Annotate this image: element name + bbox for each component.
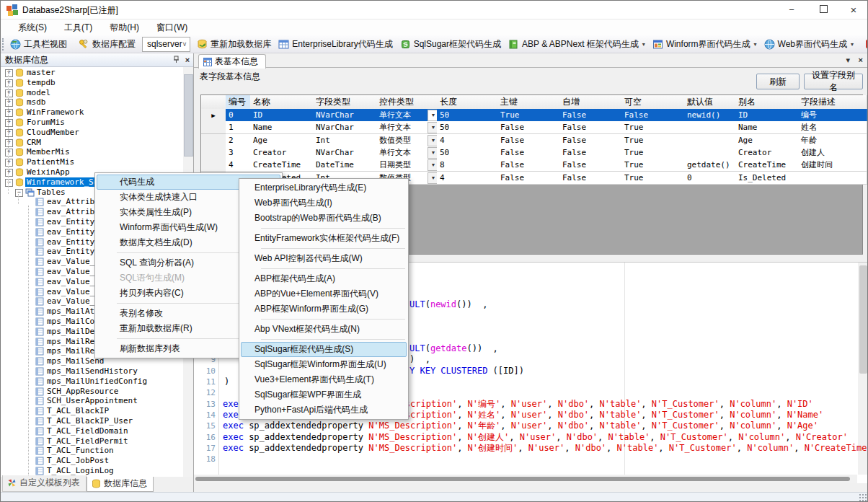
submenu-item[interactable]: SqlSugar框架代码生成(S) [241, 342, 407, 357]
submenu-item[interactable]: ABP的Vue+Element界面代码(V) [241, 286, 407, 301]
grid-cell[interactable]: False [559, 172, 625, 185]
maximize-button[interactable] [811, 1, 836, 19]
dropdown-arrow-icon[interactable]: ▾ [642, 41, 645, 48]
grid-cell[interactable]: Creator [250, 146, 316, 159]
tree-item-label[interactable]: ForumMis [25, 118, 66, 127]
code-horizontal-scrollbar[interactable] [194, 475, 857, 483]
tab-database-info[interactable]: 数据库信息 [87, 477, 154, 492]
expand-icon[interactable]: + [5, 159, 13, 167]
tab-custom-templates[interactable]: 自定义模板列表 [2, 475, 87, 492]
toolbar-winform-button[interactable]: Winform界面代码生成 ▾ [649, 37, 761, 52]
grid-cell[interactable]: Name [735, 121, 802, 134]
grid-cell[interactable]: 4 [437, 172, 501, 185]
tree-item-label[interactable]: SCH_AppResource [45, 387, 120, 396]
submenu-item[interactable]: Vue3+Element界面代码生成(T) [241, 372, 407, 387]
tree-item-label[interactable]: T_ACL_LoginLog [45, 466, 115, 475]
toolbar-view-button[interactable]: 工具栏视图 [6, 37, 71, 52]
grid-column-header[interactable]: 可空 [621, 95, 688, 110]
toolbar-web-button[interactable]: Web界面代码生成 ▾ [761, 37, 857, 52]
menu-item-0[interactable]: 系统(S) [9, 19, 56, 36]
toolbar-enterprise-button[interactable]: EnterpriseLibrary代码生成 [275, 37, 396, 52]
grid-cell[interactable]: CreateTime [735, 159, 802, 172]
submenu-item[interactable]: ABP框架代码生成(A) [241, 271, 407, 286]
expand-icon[interactable]: + [5, 99, 13, 107]
grid-cell[interactable]: False [559, 109, 625, 122]
toolbar-exit-button[interactable]: 退出 [862, 37, 868, 52]
tree-item-label-selected[interactable]: Winframework_Sug [25, 177, 105, 187]
toolbar-abp-button[interactable]: ABP & ABPNext 框架代码生成 ▾ [505, 37, 649, 52]
tree-item-label[interactable]: PatientMis [25, 157, 76, 167]
grid-cell[interactable]: Age [250, 134, 316, 147]
tree-item-label[interactable]: mps_MailUnifiedConfig [45, 376, 149, 386]
grid-cell[interactable]: 数值类型▼ [376, 134, 440, 147]
tree-item-label[interactable]: eav_Attrib [45, 197, 96, 206]
resize-grip[interactable] [859, 494, 867, 501]
submenu-item[interactable]: Python+FastApi后端代码生成 [241, 402, 407, 418]
grid-cell[interactable]: 50 [437, 109, 501, 122]
tab-list-dropdown-icon[interactable]: ▾ [846, 56, 850, 65]
grid-cell[interactable]: 创建时间 [798, 159, 867, 172]
grid-column-header[interactable]: 自增 [559, 95, 625, 110]
code-hscroll-thumb[interactable] [195, 477, 850, 481]
grid-column-header[interactable]: 名称 [250, 95, 316, 110]
refresh-button[interactable]: 刷新 [756, 74, 800, 89]
expand-icon[interactable]: + [5, 129, 13, 137]
grid-cell[interactable]: 单行文本▼ [376, 146, 440, 159]
grid-cell[interactable]: False [621, 109, 688, 122]
grid-cell[interactable]: 编号 [798, 109, 867, 122]
grid-cell[interactable]: 8 [437, 159, 501, 172]
grid-cell[interactable]: True [497, 109, 563, 122]
grid-row-header[interactable] [201, 134, 226, 147]
expand-icon[interactable]: + [5, 109, 13, 117]
tree-scrollbar-thumb[interactable] [184, 74, 193, 157]
dropdown-arrow-icon[interactable]: ▾ [754, 41, 757, 48]
tree-item-label[interactable]: WeixinApp [25, 167, 71, 177]
toolbar-sqlsugar-button[interactable]: SqlSugar框架代码生成 [397, 37, 505, 52]
grid-cell[interactable]: True [621, 159, 688, 172]
submenu-item[interactable]: Web API控制器代码生成(W) [241, 251, 407, 266]
tree-item-label[interactable]: eav_Entity [45, 247, 96, 256]
tree-item-label[interactable]: tempdb [25, 78, 57, 87]
tree-item-label[interactable]: eav_Value_ [45, 287, 96, 296]
grid-column-header[interactable]: 主键 [497, 95, 563, 110]
submenu-item[interactable]: Web界面代码生成(I) [241, 195, 407, 211]
grid-cell[interactable]: 单行文本▼ [376, 109, 440, 122]
tree-item-label[interactable]: mps_MailRe [45, 337, 96, 346]
tree-item-label[interactable]: msdb [25, 97, 48, 107]
expand-icon[interactable]: + [5, 69, 13, 77]
grid-cell[interactable]: 50 [437, 146, 501, 159]
tree-item-label[interactable]: T_ACL_JobPost [45, 456, 110, 465]
grid-column-header[interactable]: 字段描述 [798, 95, 867, 110]
grid-cell[interactable]: 创建人 [798, 146, 867, 159]
grid-cell[interactable]: CreateTime [250, 159, 316, 172]
submenu-item[interactable]: SqlSugar框架Winform界面生成(U) [241, 357, 407, 372]
db-type-select[interactable]: sqlserver ∨ [142, 37, 190, 52]
tree-item-label[interactable]: eav_Value_ [45, 277, 96, 286]
tree-item-label[interactable]: mps_MailAt [45, 307, 96, 316]
grid-column-header[interactable]: 字段类型 [313, 95, 380, 110]
grid-row-header[interactable] [201, 121, 226, 134]
grid-row-header[interactable]: ▶ [201, 109, 226, 122]
submenu-item[interactable]: ABP框架Winform界面生成(G) [241, 301, 407, 317]
close-panel-icon[interactable]: × [182, 56, 193, 64]
tree-item-label[interactable]: Tables [35, 188, 67, 197]
close-button[interactable]: × [841, 1, 866, 19]
grid-cell[interactable]: False [497, 159, 563, 172]
grid-cell[interactable]: getdate() [684, 159, 739, 172]
grid-cell[interactable]: newid() [684, 109, 739, 122]
menu-item-3[interactable]: 窗口(W) [148, 19, 196, 36]
tree-item-label[interactable]: eav_Entity [45, 217, 96, 226]
grid-column-header[interactable]: 别名 [735, 95, 802, 110]
submenu-item[interactable]: SqlSugar框架WPF界面生成 [241, 387, 407, 402]
grid-cell[interactable]: ID [250, 109, 316, 122]
pin-icon[interactable] [170, 56, 182, 65]
grid-cell[interactable]: False [559, 159, 625, 172]
tree-item-label[interactable]: T_ACL_FieldDomain [45, 426, 130, 436]
grid-row-header[interactable] [201, 146, 226, 159]
tree-item-label[interactable]: eav_Value_ [45, 267, 96, 276]
grid-cell[interactable]: True [621, 121, 688, 134]
grid-cell[interactable] [684, 121, 739, 134]
submenu-item[interactable]: Bootstrap的Web界面代码生成(B) [241, 211, 407, 226]
tree-item-label[interactable]: SCH_UserAppointment [45, 396, 139, 405]
grid-cell[interactable]: False [559, 146, 625, 159]
